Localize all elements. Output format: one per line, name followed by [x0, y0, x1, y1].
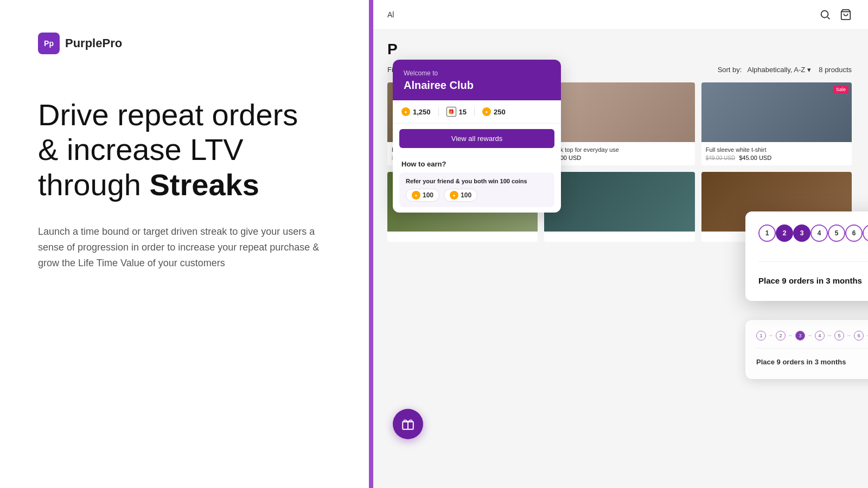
- product-title-2: Black top for everyday use: [548, 146, 690, 153]
- how-to-earn-label: How to earn?: [393, 153, 561, 172]
- gifts-value: 15: [459, 108, 467, 116]
- coin-icon-ref2: ●: [450, 191, 458, 200]
- rewards-panel: Welcome to Alnairee Club ● 1,250 🎁 15 ● …: [393, 60, 561, 213]
- coin-icon-ref1: ●: [412, 191, 420, 200]
- step-3: 3: [793, 224, 810, 242]
- gifts-stat: 🎁 15: [446, 107, 467, 117]
- refer-coins: ● 100 ● 100: [406, 189, 548, 202]
- bg-line-1: [769, 335, 773, 336]
- coin-badge-2: ● 100: [444, 189, 477, 202]
- product-details-3: Full sleeve white t-shirt $49.00 USD $45…: [701, 142, 852, 165]
- refer-title: Refer your friend & you both win 100 coi…: [406, 178, 548, 184]
- step-6: 6: [845, 224, 863, 242]
- refer-card: Refer your friend & you both win 100 coi…: [399, 172, 554, 207]
- product-details-4: [387, 232, 538, 242]
- product-image-3: [701, 82, 852, 142]
- store-page-title: P: [387, 41, 852, 58]
- store-nav-name: Al: [387, 10, 394, 19]
- sale-badge: Sale: [833, 86, 848, 93]
- gift-fab-icon: [401, 417, 415, 431]
- product-card-3: Sale Full sleeve white t-shirt $49.00 US…: [701, 82, 852, 165]
- stat-divider-2: [474, 107, 475, 116]
- step-5: 5: [828, 224, 845, 242]
- brand-name: PurplePro: [65, 36, 122, 50]
- view-all-rewards-button[interactable]: View all rewards: [399, 129, 554, 148]
- extra-coins-stat: ● 250: [482, 107, 506, 116]
- extra-coins-value: 250: [494, 108, 506, 116]
- sort-text: Sort by: Alphabetically, A-Z ▾ 8 product…: [718, 66, 852, 74]
- main-headline: Drive repeat orders & increase LTV throu…: [38, 98, 331, 202]
- product-card-5: [544, 172, 694, 242]
- rewards-header: Welcome to Alnairee Club: [393, 60, 561, 100]
- bg-step-6: 6: [854, 331, 864, 341]
- right-panel: Al P Filt Sort by: Alphabetically, A-Z ▾…: [369, 0, 868, 488]
- bg-line-2: [789, 335, 792, 336]
- logo-area: Pp PurplePro: [38, 33, 331, 54]
- club-name: Alnairee Club: [404, 79, 550, 92]
- subtext: Launch a time bound or target driven str…: [38, 224, 331, 271]
- rewards-stats: ● 1,250 🎁 15 ● 250: [393, 100, 561, 124]
- bg-step-1: 1: [756, 331, 766, 341]
- cart-icon: [840, 9, 852, 21]
- coins-stat: ● 1,250: [401, 107, 431, 116]
- product-image-5: [544, 172, 694, 232]
- stat-divider-1: [438, 107, 439, 116]
- streak-bottom: Place 9 orders in 3 months ● 12,000: [758, 271, 868, 290]
- product-card-2: Black top for everyday use $30.00 USD: [544, 82, 694, 165]
- left-panel: Pp PurplePro Drive repeat orders & incre…: [0, 0, 369, 488]
- step-1: 1: [758, 224, 776, 242]
- product-pricing-3: $49.00 USD $45.00 USD: [706, 155, 847, 161]
- streak-bg-order-label: Place 9 orders in 3 months: [756, 358, 846, 366]
- step-4: 4: [810, 224, 828, 242]
- product-details-2: Black top for everyday use $30.00 USD: [544, 142, 694, 165]
- coin-icon-gold: ●: [401, 107, 410, 116]
- coin-badge-1: ● 100: [406, 189, 439, 202]
- product-pricing-2: $30.00 USD: [548, 155, 690, 161]
- streak-card-main: 1 2 3 4 5 6 7 Total Days - 90 Place 9: [745, 211, 868, 301]
- gift-icon: 🎁: [446, 107, 456, 117]
- product-image-2: [544, 82, 694, 142]
- bg-step-4: 4: [815, 331, 825, 341]
- store-header: Al: [371, 0, 868, 30]
- step-2: 2: [776, 224, 793, 242]
- store-nav-icons: [819, 9, 852, 21]
- bg-line-3: [808, 335, 812, 336]
- search-icon: [819, 9, 831, 21]
- step-7: 7: [863, 224, 868, 242]
- bg-step-2: 2: [776, 331, 786, 341]
- gift-fab-button[interactable]: [393, 409, 423, 439]
- bg-line-5: [847, 335, 851, 336]
- streak-divider: [758, 261, 868, 262]
- bg-line-4: [828, 335, 831, 336]
- product-title-3: Full sleeve white t-shirt: [706, 146, 847, 153]
- coin-icon-gold-2: ●: [482, 107, 491, 116]
- logo-icon: Pp: [38, 33, 60, 54]
- streak-bg-top: 1 2 3 4 5 6 7 Total Days - 90: [756, 330, 868, 342]
- welcome-text: Welcome to: [404, 69, 550, 77]
- svg-point-0: [821, 11, 828, 18]
- streak-steps: 1 2 3 4 5 6 7: [758, 224, 868, 242]
- coins-value: 1,250: [413, 108, 431, 116]
- bg-step-3: 3: [795, 331, 805, 341]
- bg-step-5: 5: [834, 331, 844, 341]
- streak-bg-bottom: Place 9 orders in 3 months 12,000: [756, 354, 868, 369]
- bg-divider: [756, 348, 868, 349]
- streak-order-label: Place 9 orders in 3 months: [758, 276, 862, 285]
- streak-card-background: 1 2 3 4 5 6 7 Total Days - 90 Place 9 o: [745, 320, 868, 379]
